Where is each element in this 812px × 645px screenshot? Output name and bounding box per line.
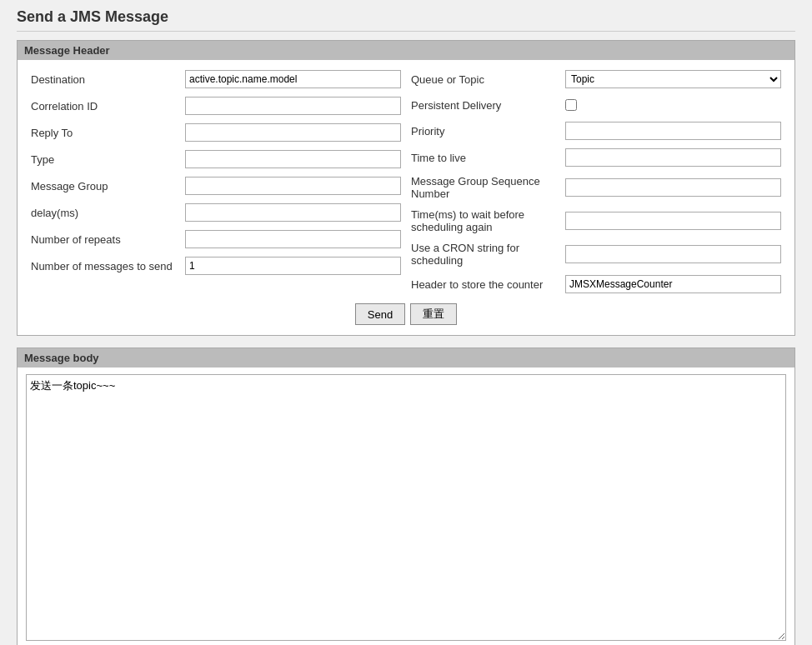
persistent-delivery-checkbox[interactable] xyxy=(565,99,577,111)
type-row: Type xyxy=(26,147,406,172)
message-group-row: Message Group xyxy=(26,173,406,198)
reply-to-label: Reply To xyxy=(31,127,185,139)
num-messages-input[interactable] xyxy=(185,257,401,275)
time-to-live-row: Time to live xyxy=(406,145,786,170)
cron-row: Use a CRON string for scheduling xyxy=(406,238,786,270)
message-body-section: Message body 发送一条topic~~~ xyxy=(17,348,795,645)
reset-button[interactable]: 重置 xyxy=(410,303,457,325)
cron-label: Use a CRON string for scheduling xyxy=(411,242,565,267)
num-messages-row: Number of messages to send xyxy=(26,253,406,278)
cron-input[interactable] xyxy=(565,245,781,263)
priority-row: Priority xyxy=(406,118,786,143)
message-group-input[interactable] xyxy=(185,177,401,195)
correlation-id-input[interactable] xyxy=(185,97,401,115)
reply-to-row: Reply To xyxy=(26,120,406,145)
button-row: Send 重置 xyxy=(26,297,786,328)
destination-input[interactable] xyxy=(185,70,401,88)
time-to-live-input[interactable] xyxy=(565,148,781,167)
reply-to-input[interactable] xyxy=(185,123,401,142)
message-group-seq-row: Message Group Sequence Number xyxy=(406,172,786,203)
right-col: Queue or Topic Queue Topic Persistent De… xyxy=(406,67,786,297)
time-wait-label: Time(ms) to wait before scheduling again xyxy=(411,208,565,233)
header-counter-input[interactable] xyxy=(565,275,781,293)
delay-row: delay(ms) xyxy=(26,200,406,225)
message-header-section: Message Header Destination Correlation I… xyxy=(17,40,795,336)
num-messages-label: Number of messages to send xyxy=(31,260,185,272)
time-to-live-label: Time to live xyxy=(411,152,565,164)
persistent-delivery-label: Persistent Delivery xyxy=(411,99,565,112)
message-group-label: Message Group xyxy=(31,180,185,192)
queue-or-topic-select[interactable]: Queue Topic xyxy=(565,70,781,88)
num-repeats-label: Number of repeats xyxy=(31,233,185,246)
queue-or-topic-row: Queue or Topic Queue Topic xyxy=(406,67,786,92)
message-body-textarea[interactable]: 发送一条topic~~~ xyxy=(26,374,786,641)
header-counter-label: Header to store the counter xyxy=(411,278,565,291)
page-title: Send a JMS Message xyxy=(17,8,795,32)
correlation-id-label: Correlation ID xyxy=(31,100,185,112)
type-input[interactable] xyxy=(185,150,401,168)
delay-input[interactable] xyxy=(185,203,401,222)
priority-label: Priority xyxy=(411,125,565,138)
num-repeats-row: Number of repeats xyxy=(26,227,406,252)
message-header-label: Message Header xyxy=(18,41,794,60)
message-group-seq-label: Message Group Sequence Number xyxy=(411,175,565,200)
time-wait-row: Time(ms) to wait before scheduling again xyxy=(406,205,786,237)
message-body-label: Message body xyxy=(18,348,794,368)
header-counter-row: Header to store the counter xyxy=(406,272,786,297)
correlation-id-row: Correlation ID xyxy=(26,93,406,118)
queue-or-topic-label: Queue or Topic xyxy=(411,73,565,86)
persistent-delivery-row: Persistent Delivery xyxy=(406,93,786,117)
delay-label: delay(ms) xyxy=(31,207,185,219)
num-repeats-input[interactable] xyxy=(185,230,401,248)
send-button[interactable]: Send xyxy=(355,303,405,325)
left-col: Destination Correlation ID Reply To Type… xyxy=(26,67,406,297)
destination-label: Destination xyxy=(31,73,185,86)
time-wait-input[interactable] xyxy=(565,212,781,230)
type-label: Type xyxy=(31,153,185,166)
priority-input[interactable] xyxy=(565,122,781,140)
message-group-seq-input[interactable] xyxy=(565,178,781,197)
destination-row: Destination xyxy=(26,67,406,92)
